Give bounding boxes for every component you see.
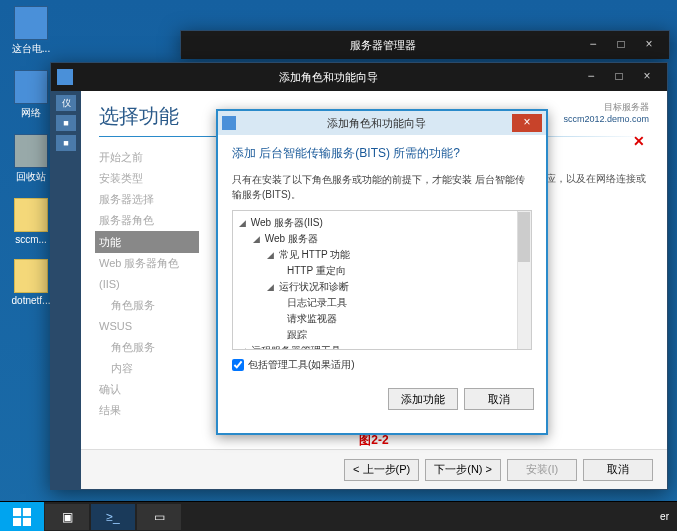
window-controls: − □ ×	[577, 67, 661, 87]
icon-label: 网络	[21, 107, 41, 118]
next-button[interactable]: 下一步(N) >	[425, 459, 501, 481]
include-tools-checkbox[interactable]: 包括管理工具(如果适用)	[232, 358, 532, 372]
tree-node[interactable]: 远程服务器管理工具	[251, 345, 341, 350]
cancel-button[interactable]: 取消	[583, 459, 653, 481]
taskbar-server-manager[interactable]: ▣	[45, 504, 89, 530]
dialog-icon	[222, 116, 236, 130]
expand-icon[interactable]: ◢	[267, 248, 276, 262]
target-value: sccm2012.demo.com	[563, 114, 649, 124]
maximize-button[interactable]: □	[607, 35, 635, 55]
dialog-message: 只有在安装了以下角色服务或功能的前提下，才能安装 后台智能传输服务(BITS)。	[232, 172, 532, 202]
svg-rect-0	[13, 508, 21, 516]
target-server-info: 目标服务器 sccm2012.demo.com	[563, 101, 649, 124]
error-close-icon[interactable]: ✕	[633, 133, 645, 149]
scrollbar[interactable]	[517, 211, 531, 349]
system-tray[interactable]: er	[652, 511, 677, 522]
tree-node[interactable]: HTTP 重定向	[287, 265, 346, 276]
server-manager-title: 服务器管理器	[187, 38, 579, 53]
icon-label: sccm...	[15, 234, 47, 245]
svg-rect-2	[13, 517, 21, 525]
target-label: 目标服务器	[563, 101, 649, 114]
wizard-titlebar[interactable]: 添加角色和功能向导 − □ ×	[51, 63, 667, 91]
wizard-footer: 图2-2 < 上一步(P) 下一步(N) > 安装(I) 取消	[81, 449, 667, 489]
dialog-question: 添加 后台智能传输服务(BITS) 所需的功能?	[232, 145, 532, 162]
dialog-cancel-button[interactable]: 取消	[464, 388, 534, 410]
nav-web-role[interactable]: Web 服务器角色(IIS)	[99, 253, 199, 295]
nav-install-type[interactable]: 安装类型	[99, 168, 199, 189]
toolbar-dashboard-icon[interactable]: 仪	[56, 95, 76, 111]
desktop-icon-computer[interactable]: 这台电...	[6, 6, 56, 56]
tree-node[interactable]: Web 服务器(IIS)	[251, 217, 323, 228]
desktop-icon-folder-sccm[interactable]: sccm...	[6, 198, 56, 245]
maximize-button[interactable]: □	[605, 67, 633, 87]
tree-node[interactable]: 日志记录工具	[287, 297, 347, 308]
nav-server-roles[interactable]: 服务器角色	[99, 210, 199, 231]
tree-node[interactable]: Web 服务器	[265, 233, 318, 244]
dialog-titlebar[interactable]: 添加角色和功能向导 ×	[218, 111, 546, 135]
nav-wsus[interactable]: WSUS	[99, 316, 199, 337]
svg-rect-1	[23, 508, 31, 516]
expand-icon[interactable]: ◢	[239, 216, 248, 230]
toolbar-all-icon[interactable]: ■	[56, 135, 76, 151]
taskbar-powershell[interactable]: ≥_	[91, 504, 135, 530]
dialog-close-button[interactable]: ×	[512, 114, 542, 132]
tray-text: er	[660, 511, 669, 522]
scrollbar-thumb[interactable]	[518, 212, 530, 262]
include-tools-label: 包括管理工具(如果适用)	[248, 358, 355, 372]
tree-node[interactable]: 跟踪	[287, 329, 307, 340]
tree-node[interactable]: 请求监视器	[287, 313, 337, 324]
start-button[interactable]	[0, 502, 44, 532]
wizard-left-toolbar: 仪 ■ ■	[51, 91, 81, 489]
nav-role-services[interactable]: 角色服务	[99, 295, 199, 316]
dialog-footer: 添加功能 取消	[218, 380, 546, 418]
desktop-icon-network[interactable]: 网络	[6, 70, 56, 120]
dialog-body: 添加 后台智能传输服务(BITS) 所需的功能? 只有在安装了以下角色服务或功能…	[218, 135, 546, 380]
install-button[interactable]: 安装(I)	[507, 459, 577, 481]
dialog-title: 添加角色和功能向导	[240, 116, 512, 131]
tree-node[interactable]: 常见 HTTP 功能	[279, 249, 350, 260]
close-button[interactable]: ×	[635, 35, 663, 55]
tree-node[interactable]: 运行状况和诊断	[279, 281, 349, 292]
prev-button[interactable]: < 上一步(P)	[344, 459, 419, 481]
expand-icon[interactable]: ◢	[253, 232, 262, 246]
wizard-title: 添加角色和功能向导	[79, 70, 577, 85]
minimize-button[interactable]: −	[579, 35, 607, 55]
icon-label: 这台电...	[12, 43, 50, 54]
add-features-dialog: 添加角色和功能向导 × 添加 后台智能传输服务(BITS) 所需的功能? 只有在…	[216, 109, 548, 435]
desktop-icon-folder-dotnet[interactable]: dotnetf...	[6, 259, 56, 306]
desktop-icon-recycle[interactable]: 回收站	[6, 134, 56, 184]
nav-server-select[interactable]: 服务器选择	[99, 189, 199, 210]
icon-label: dotnetf...	[12, 295, 51, 306]
svg-rect-3	[23, 517, 31, 525]
window-controls: − □ ×	[579, 35, 663, 55]
dependency-tree[interactable]: ◢ Web 服务器(IIS) ◢ Web 服务器 ◢ 常见 HTTP 功能 HT…	[232, 210, 532, 350]
wizard-nav: 开始之前 安装类型 服务器选择 服务器角色 功能 Web 服务器角色(IIS) …	[99, 147, 199, 421]
nav-confirm[interactable]: 确认	[99, 379, 199, 400]
icon-label: 回收站	[16, 171, 46, 182]
expand-icon[interactable]: ◢	[267, 280, 276, 294]
toolbar-local-icon[interactable]: ■	[56, 115, 76, 131]
expand-icon[interactable]: ◢	[239, 344, 248, 350]
nav-features[interactable]: 功能	[95, 231, 199, 254]
nav-before[interactable]: 开始之前	[99, 147, 199, 168]
desktop: 这台电... 网络 回收站 sccm... dotnetf... 服务器管理器 …	[0, 0, 677, 531]
minimize-button[interactable]: −	[577, 67, 605, 87]
nav-content[interactable]: 内容	[99, 358, 199, 379]
nav-role-services2[interactable]: 角色服务	[99, 337, 199, 358]
server-manager-titlebar[interactable]: 服务器管理器 − □ ×	[181, 31, 669, 59]
nav-results[interactable]: 结果	[99, 400, 199, 421]
server-manager-window: 服务器管理器 − □ ×	[180, 30, 670, 56]
windows-icon	[13, 508, 31, 526]
wizard-icon	[57, 69, 73, 85]
add-features-button[interactable]: 添加功能	[388, 388, 458, 410]
taskbar-explorer[interactable]: ▭	[137, 504, 181, 530]
include-tools-input[interactable]	[232, 359, 244, 371]
close-button[interactable]: ×	[633, 67, 661, 87]
taskbar: ▣ ≥_ ▭ er	[0, 501, 677, 531]
